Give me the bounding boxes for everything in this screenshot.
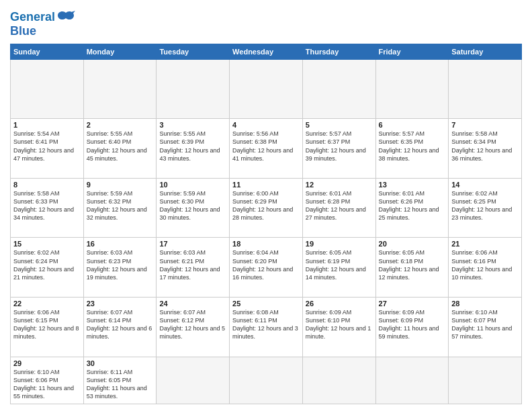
calendar-week-row: 22Sunrise: 6:06 AMSunset: 6:15 PMDayligh… [11,297,522,357]
logo-text: General [10,11,55,24]
day-info: Sunrise: 6:01 AMSunset: 6:28 PMDaylight:… [306,189,373,222]
calendar-cell: 6Sunrise: 5:57 AMSunset: 6:35 PMDaylight… [375,119,449,179]
calendar-cell: 29Sunrise: 6:10 AMSunset: 6:06 PMDayligh… [11,357,84,404]
calendar-cell [375,357,449,404]
day-info: Sunrise: 5:57 AMSunset: 6:35 PMDaylight:… [379,130,446,163]
day-info: Sunrise: 6:01 AMSunset: 6:26 PMDaylight:… [379,189,446,222]
day-number: 30 [87,359,154,367]
day-number: 9 [87,181,154,189]
day-number: 14 [451,181,519,189]
calendar-cell: 14Sunrise: 6:02 AMSunset: 6:25 PMDayligh… [449,178,522,238]
calendar-cell: 19Sunrise: 6:05 AMSunset: 6:19 PMDayligh… [302,238,375,298]
day-number: 12 [306,181,373,189]
calendar-cell: 27Sunrise: 6:09 AMSunset: 6:09 PMDayligh… [375,297,449,357]
col-thursday: Thursday [302,44,375,59]
logo-text2: Blue [10,24,36,38]
col-saturday: Saturday [449,44,522,59]
calendar-cell: 26Sunrise: 6:09 AMSunset: 6:10 PMDayligh… [302,297,375,357]
day-info: Sunrise: 6:03 AMSunset: 6:21 PMDaylight:… [159,248,226,281]
day-info: Sunrise: 6:06 AMSunset: 6:16 PMDaylight:… [451,248,519,281]
day-number: 26 [306,300,373,308]
calendar-cell: 30Sunrise: 6:11 AMSunset: 6:05 PMDayligh… [83,357,157,404]
day-info: Sunrise: 5:55 AMSunset: 6:40 PMDaylight:… [87,130,154,163]
calendar-table: Sunday Monday Tuesday Wednesday Thursday… [10,44,522,404]
day-number: 15 [13,240,81,248]
day-number: 2 [87,121,154,129]
calendar-cell: 10Sunrise: 5:59 AMSunset: 6:30 PMDayligh… [157,178,230,238]
calendar-cell [11,59,84,119]
col-friday: Friday [375,44,449,59]
day-info: Sunrise: 5:56 AMSunset: 6:38 PMDaylight:… [232,130,300,163]
calendar-cell: 23Sunrise: 6:07 AMSunset: 6:14 PMDayligh… [83,297,157,357]
logo: General Blue [10,10,75,38]
day-info: Sunrise: 5:58 AMSunset: 6:33 PMDaylight:… [13,189,81,222]
calendar-cell [449,357,522,404]
calendar-cell: 13Sunrise: 6:01 AMSunset: 6:26 PMDayligh… [375,178,449,238]
day-number: 29 [13,359,81,367]
calendar-cell: 3Sunrise: 5:55 AMSunset: 6:39 PMDaylight… [157,119,230,179]
day-number: 1 [13,121,81,129]
logo-bird-icon [56,10,75,25]
calendar-cell: 20Sunrise: 6:05 AMSunset: 6:18 PMDayligh… [375,238,449,298]
day-number: 6 [379,121,446,129]
calendar-cell: 4Sunrise: 5:56 AMSunset: 6:38 PMDaylight… [230,119,303,179]
page: General Blue Sunday Monday Tuesday We [0,0,532,411]
calendar-header-row: Sunday Monday Tuesday Wednesday Thursday… [11,44,522,59]
day-info: Sunrise: 6:09 AMSunset: 6:10 PMDaylight:… [306,308,373,341]
day-number: 27 [379,300,446,308]
calendar-cell [302,59,375,119]
day-info: Sunrise: 6:02 AMSunset: 6:25 PMDaylight:… [451,189,519,222]
calendar-week-row: 29Sunrise: 6:10 AMSunset: 6:06 PMDayligh… [11,357,522,404]
calendar-cell: 21Sunrise: 6:06 AMSunset: 6:16 PMDayligh… [449,238,522,298]
calendar-cell: 9Sunrise: 5:59 AMSunset: 6:32 PMDaylight… [83,178,157,238]
calendar-cell: 12Sunrise: 6:01 AMSunset: 6:28 PMDayligh… [302,178,375,238]
day-number: 22 [13,300,81,308]
day-info: Sunrise: 5:55 AMSunset: 6:39 PMDaylight:… [159,130,226,163]
col-monday: Monday [83,44,157,59]
calendar-cell: 18Sunrise: 6:04 AMSunset: 6:20 PMDayligh… [230,238,303,298]
day-info: Sunrise: 5:57 AMSunset: 6:37 PMDaylight:… [306,130,373,163]
calendar-week-row: 15Sunrise: 6:02 AMSunset: 6:24 PMDayligh… [11,238,522,298]
calendar-cell: 22Sunrise: 6:06 AMSunset: 6:15 PMDayligh… [11,297,84,357]
calendar-cell: 1Sunrise: 5:54 AMSunset: 6:41 PMDaylight… [11,119,84,179]
calendar-cell: 28Sunrise: 6:10 AMSunset: 6:07 PMDayligh… [449,297,522,357]
calendar-cell: 7Sunrise: 5:58 AMSunset: 6:34 PMDaylight… [449,119,522,179]
day-number: 23 [87,300,154,308]
calendar-cell [83,59,157,119]
calendar-cell: 2Sunrise: 5:55 AMSunset: 6:40 PMDaylight… [83,119,157,179]
day-info: Sunrise: 6:03 AMSunset: 6:23 PMDaylight:… [87,248,154,281]
calendar-cell: 16Sunrise: 6:03 AMSunset: 6:23 PMDayligh… [83,238,157,298]
day-info: Sunrise: 6:02 AMSunset: 6:24 PMDaylight:… [13,248,81,281]
day-number: 17 [159,240,226,248]
day-number: 3 [159,121,226,129]
day-info: Sunrise: 6:04 AMSunset: 6:20 PMDaylight:… [232,248,300,281]
day-number: 8 [13,181,81,189]
calendar-cell: 8Sunrise: 5:58 AMSunset: 6:33 PMDaylight… [11,178,84,238]
calendar-cell: 17Sunrise: 6:03 AMSunset: 6:21 PMDayligh… [157,238,230,298]
day-number: 18 [232,240,300,248]
calendar-cell: 25Sunrise: 6:08 AMSunset: 6:11 PMDayligh… [230,297,303,357]
calendar-week-row: 1Sunrise: 5:54 AMSunset: 6:41 PMDaylight… [11,119,522,179]
calendar-cell [230,357,303,404]
day-info: Sunrise: 6:08 AMSunset: 6:11 PMDaylight:… [232,308,300,341]
day-info: Sunrise: 6:05 AMSunset: 6:19 PMDaylight:… [306,248,373,281]
day-number: 28 [451,300,519,308]
day-info: Sunrise: 6:11 AMSunset: 6:05 PMDaylight:… [87,368,154,401]
calendar-cell [230,59,303,119]
calendar-cell: 5Sunrise: 5:57 AMSunset: 6:37 PMDaylight… [302,119,375,179]
col-tuesday: Tuesday [157,44,230,59]
day-number: 16 [87,240,154,248]
col-sunday: Sunday [11,44,84,59]
day-info: Sunrise: 6:07 AMSunset: 6:12 PMDaylight:… [159,308,226,341]
day-info: Sunrise: 6:10 AMSunset: 6:07 PMDaylight:… [451,308,519,341]
calendar-week-row [11,59,522,119]
day-number: 20 [379,240,446,248]
day-number: 10 [159,181,226,189]
calendar-week-row: 8Sunrise: 5:58 AMSunset: 6:33 PMDaylight… [11,178,522,238]
calendar-cell [302,357,375,404]
day-info: Sunrise: 6:06 AMSunset: 6:15 PMDaylight:… [13,308,81,341]
day-info: Sunrise: 6:00 AMSunset: 6:29 PMDaylight:… [232,189,300,222]
day-number: 13 [379,181,446,189]
day-info: Sunrise: 5:58 AMSunset: 6:34 PMDaylight:… [451,130,519,163]
header: General Blue [10,10,522,38]
